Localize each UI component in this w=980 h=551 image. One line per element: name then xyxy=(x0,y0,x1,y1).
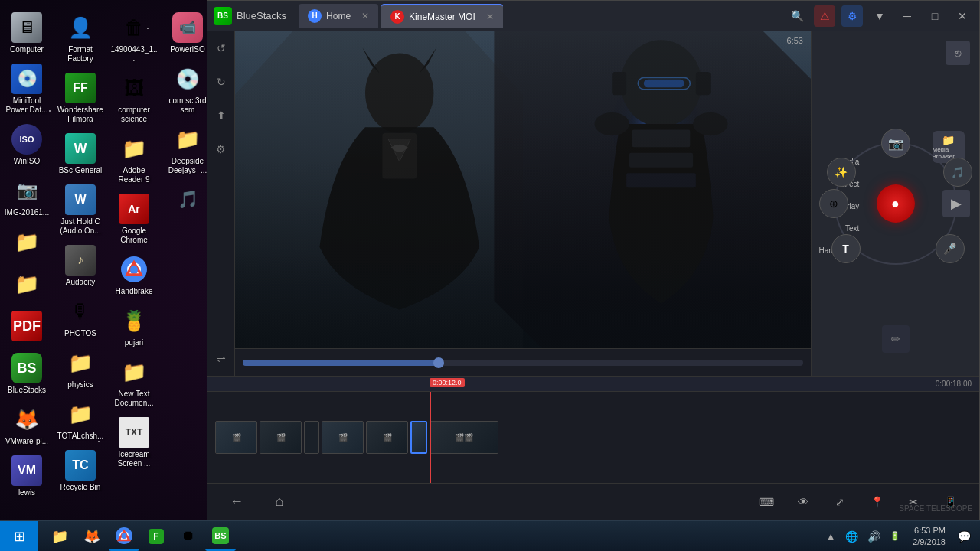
close-btn[interactable]: ✕ xyxy=(952,5,973,27)
effect-btn[interactable]: ✨ xyxy=(827,158,856,187)
network-icon[interactable]: 🌐 xyxy=(842,530,861,543)
taskbar-format-factory[interactable]: F xyxy=(141,522,172,551)
progress-bar[interactable] xyxy=(243,360,803,366)
split-btn[interactable]: ⇌ xyxy=(211,348,232,370)
timeline-playhead xyxy=(430,392,431,483)
desktop-icon-bluestacks[interactable]: BS BlueStacks xyxy=(0,348,54,399)
timeline-clip-6[interactable] xyxy=(410,421,427,454)
desktop-icon-folder1[interactable]: 📁 xyxy=(0,222,54,264)
timeline-clip-4[interactable]: 🎬 xyxy=(322,421,364,454)
alert-btn[interactable]: ⚠ xyxy=(814,5,835,27)
km-controls-bar xyxy=(235,348,811,376)
record-center-btn[interactable]: ● xyxy=(877,184,915,223)
desktop-icon-photos[interactable]: 📁 physics xyxy=(54,343,107,394)
play-btn[interactable]: ▶ xyxy=(942,190,970,217)
audio-btn[interactable]: 🎵 xyxy=(943,158,972,187)
tab-home[interactable]: H Home ✕ xyxy=(299,4,378,28)
voice-btn[interactable]: 🎤 xyxy=(936,234,965,263)
settings-btn[interactable]: ⚙ xyxy=(841,5,863,27)
desktop-icon-bsc[interactable]: W Just Hold C (Audio On... xyxy=(54,180,107,240)
overlay-btn[interactable]: ⊕ xyxy=(819,189,848,218)
km-time-display: 6:53 xyxy=(787,36,803,45)
taskbar-bluestacks[interactable]: BS xyxy=(205,522,236,551)
minimize-btn[interactable]: ─ xyxy=(897,5,918,27)
km-video-preview xyxy=(235,31,811,348)
watermark: SPACE TELESCOPE xyxy=(899,504,972,513)
taskbar-file-explorer[interactable]: 📁 xyxy=(44,522,75,551)
window-titlebar: BS BlueStacks H Home ✕ K KineMaster MOI … xyxy=(207,1,979,31)
desktop-icons-grid: 🖥 Computer 💿 MiniTool Power Dat... ISO W… xyxy=(0,0,211,520)
taskbar-pinned-items: 📁 🦊 F ⏺ BS xyxy=(38,522,242,551)
svg-rect-14 xyxy=(629,153,693,168)
maximize-btn[interactable]: □ xyxy=(924,5,946,27)
notification-icon[interactable]: 💬 xyxy=(955,530,974,543)
text-btn[interactable]: T xyxy=(831,234,861,263)
clock-time: 6:53 PM xyxy=(913,525,946,536)
desktop-icon-minitool[interactable]: 💿 MiniTool Power Dat... xyxy=(0,59,54,119)
desktop-icon-new-text[interactable]: TXT Icecream Screen ... xyxy=(107,412,161,473)
desktop-icon-14900[interactable]: 🖼 computer science xyxy=(107,68,161,129)
desktop-icon-format-factory[interactable]: FF Wondershare Filmora xyxy=(54,68,107,129)
exit-btn[interactable]: ⎋ xyxy=(946,41,970,65)
keyboard-btn[interactable]: ⌨ xyxy=(753,488,780,516)
tab-bar: H Home ✕ K KineMaster MOI ✕ xyxy=(299,4,786,28)
desktop-icon-adobe-reader[interactable]: Ar Google Chrome xyxy=(107,189,161,249)
menu-btn[interactable]: ▼ xyxy=(869,5,890,27)
arrow-up-icon[interactable]: ▲ xyxy=(822,530,839,543)
desktop-icon-recycle-bin[interactable]: 🗑 14900443_1... xyxy=(107,8,161,68)
desktop-icon-winiso[interactable]: ISO WinISO xyxy=(0,119,54,171)
desktop-icon-physics[interactable]: 📁 TOTALchsh... xyxy=(54,394,107,445)
desktop-icon-audacity[interactable]: 🎙 PHOTOS xyxy=(54,292,107,343)
svg-point-21 xyxy=(122,533,127,538)
desktop-icon-vmware[interactable]: VM lewis xyxy=(0,451,54,502)
desktop-icon-folder2[interactable]: 📁 xyxy=(0,264,54,306)
desktop-icon-handbrake[interactable]: 🍍 pujari xyxy=(107,301,161,352)
timeline-clip-3[interactable] xyxy=(304,421,319,454)
desktop-icon-justhold[interactable]: ♪ Audacity xyxy=(54,240,107,292)
km-right-panel: ⎋ Media Effect Overlay Text Handwriting xyxy=(811,31,979,376)
taskbar-firefox[interactable]: 🦊 xyxy=(77,522,107,551)
desktop-icon-pdf1[interactable]: PDF xyxy=(0,306,54,348)
desktop-icon-lewis[interactable]: 👤 Format Factory xyxy=(54,8,107,68)
desktop-icon-pujari[interactable]: 📁 New Text Documen... xyxy=(107,352,161,412)
tab-km-close-icon[interactable]: ✕ xyxy=(486,11,494,22)
tab-close-icon[interactable]: ✕ xyxy=(361,11,369,21)
handwriting-btn[interactable]: ✏ xyxy=(882,325,910,353)
timeline-clip-7[interactable]: 🎬🎬 xyxy=(430,421,498,454)
home-tab-icon: H xyxy=(308,9,322,23)
start-button[interactable]: ⊞ xyxy=(0,521,38,551)
redo-btn[interactable]: ↻ xyxy=(211,71,232,93)
progress-handle[interactable] xyxy=(433,357,444,368)
eye-btn[interactable]: 👁 xyxy=(789,488,817,516)
desktop-icon-total[interactable]: TC Recycle Bin xyxy=(54,445,107,497)
timeline-clip-2[interactable]: 🎬 xyxy=(260,421,302,454)
back-btn[interactable]: ← xyxy=(223,488,250,516)
svg-point-4 xyxy=(365,53,433,132)
desktop-icon-computer-science[interactable]: 📁 Adobe Reader 9 xyxy=(107,129,161,189)
location-btn[interactable]: 📍 xyxy=(863,488,890,516)
home2-btn[interactable]: ⌂ xyxy=(266,488,293,516)
svg-rect-13 xyxy=(632,130,691,148)
desktop-icon-google-chrome[interactable]: Handbrake xyxy=(107,249,161,301)
search-btn[interactable]: 🔍 xyxy=(786,5,808,27)
media-btn[interactable]: 📷 xyxy=(881,129,910,158)
volume-icon[interactable]: 🔊 xyxy=(864,530,884,543)
taskbar-record[interactable]: ⏺ xyxy=(173,522,204,551)
km-left-toolbar: ↺ ↻ ⬆ ⚙ ⇌ xyxy=(207,31,235,376)
battery-icon[interactable]: 🔋 xyxy=(887,531,903,541)
svg-point-17 xyxy=(693,112,727,135)
settings2-btn[interactable]: ⚙ xyxy=(211,139,232,160)
undo-btn[interactable]: ↺ xyxy=(211,37,232,59)
timeline-clip-1[interactable]: 🎬 xyxy=(215,421,257,454)
desktop-icon-computer[interactable]: 🖥 Computer xyxy=(0,8,54,59)
tab-kinemaster[interactable]: K KineMaster MOI ✕ xyxy=(381,4,503,28)
timeline-clip-5[interactable]: 🎬 xyxy=(366,421,408,454)
taskbar-chrome[interactable] xyxy=(109,522,139,551)
desktop-icon-mozilla[interactable]: 🦊 VMware-pl... xyxy=(0,399,54,451)
desktop-icon-wondershare[interactable]: W BSc General xyxy=(54,129,107,180)
total-time-display: 0:00:18.00 xyxy=(936,380,972,388)
system-clock[interactable]: 6:53 PM 2/9/2018 xyxy=(906,525,952,547)
share-btn[interactable]: ⬆ xyxy=(211,105,232,126)
desktop-icon-img16[interactable]: 📷 IMG-20161... xyxy=(0,171,54,222)
expand-btn[interactable]: ⤢ xyxy=(826,488,854,516)
